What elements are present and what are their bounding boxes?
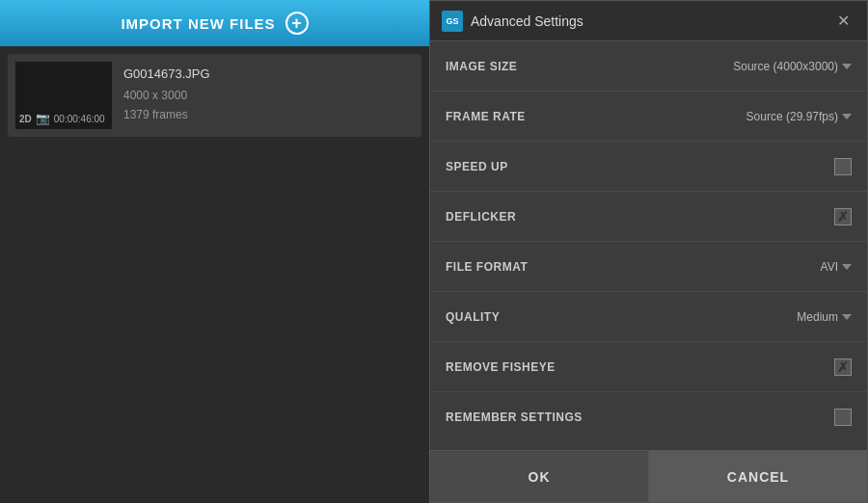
label-speed-up: SPEED UP — [446, 160, 508, 173]
dialog-title: Advanced Settings — [471, 13, 831, 29]
format-badge: 2D — [19, 114, 32, 124]
dialog-app-icon: GS — [442, 11, 463, 32]
setting-row-image-size: IMAGE SIZE Source (4000x3000) — [430, 41, 867, 92]
setting-row-speed-up: SPEED UP — [430, 142, 867, 192]
setting-row-remember-settings: REMEMBER SETTINGS — [430, 392, 867, 442]
label-file-format: FILE FORMAT — [446, 260, 528, 274]
file-details: G0014673.JPG 4000 x 3000 1379 frames — [123, 66, 210, 123]
speed-up-control — [834, 158, 852, 175]
label-quality: QUALITY — [446, 310, 500, 324]
remove-fisheye-checkbox[interactable]: ✗ — [834, 358, 852, 376]
close-button[interactable]: ✕ — [831, 10, 855, 32]
label-deflicker: DEFLICKER — [446, 210, 516, 224]
quality-arrow[interactable] — [842, 314, 852, 320]
setting-row-file-format: FILE FORMAT AVI — [430, 242, 867, 292]
cancel-button[interactable]: CANCEL — [649, 451, 867, 502]
remember-settings-control — [834, 409, 852, 426]
setting-row-quality: QUALITY Medium — [430, 292, 867, 342]
ok-button[interactable]: OK — [430, 451, 649, 502]
timecode: 00:00:46:00 — [54, 114, 105, 124]
setting-row-deflicker: DEFLICKER ✗ — [430, 192, 867, 242]
advanced-settings-dialog: GS Advanced Settings ✕ IMAGE SIZE Source… — [429, 0, 868, 503]
camera-icon: 📷 — [36, 112, 50, 125]
deflicker-checkbox[interactable]: ✗ — [834, 208, 852, 225]
import-title: IMPORT NEW FILES — [121, 15, 275, 32]
thumb-bottom-info: 2D 📷 00:00:46:00 — [19, 112, 105, 125]
dialog-body: IMAGE SIZE Source (4000x3000) FRAME RATE… — [430, 41, 867, 450]
file-item[interactable]: 2D 📷 00:00:46:00 G0014673.JPG 4000 x 300… — [8, 54, 421, 137]
label-frame-rate: FRAME RATE — [446, 110, 526, 123]
setting-row-frame-rate: FRAME RATE Source (29.97fps) — [430, 92, 867, 142]
label-image-size: IMAGE SIZE — [446, 60, 517, 73]
setting-row-remove-fisheye: REMOVE FISHEYE ✗ — [430, 342, 867, 392]
frame-rate-value: Source (29.97fps) — [746, 110, 838, 123]
cancel-label: CANCEL — [727, 469, 789, 485]
add-icon[interactable]: + — [285, 12, 309, 35]
frame-rate-arrow[interactable] — [842, 114, 852, 119]
ok-label: OK — [529, 469, 551, 485]
remove-fisheye-control: ✗ — [834, 358, 852, 376]
quality-value: Medium — [797, 310, 838, 324]
speed-up-checkbox[interactable] — [834, 158, 852, 175]
file-frames: 1379 frames — [123, 106, 210, 124]
quality-dropdown[interactable]: Medium — [797, 310, 852, 324]
deflicker-control: ✗ — [834, 208, 852, 225]
file-format-dropdown[interactable]: AVI — [821, 260, 852, 274]
import-header: IMPORT NEW FILES + — [0, 0, 429, 46]
frame-rate-dropdown[interactable]: Source (29.97fps) — [746, 110, 852, 123]
file-dimensions: 4000 x 3000 — [123, 87, 210, 105]
label-remove-fisheye: REMOVE FISHEYE — [446, 360, 556, 374]
dialog-footer: OK CANCEL — [430, 450, 867, 502]
image-size-arrow[interactable] — [842, 64, 852, 69]
file-format-arrow[interactable] — [842, 264, 852, 270]
dialog-header: GS Advanced Settings ✕ — [430, 1, 867, 41]
file-format-value: AVI — [821, 260, 838, 274]
file-name: G0014673.JPG — [123, 66, 210, 81]
remember-settings-checkbox[interactable] — [834, 409, 852, 426]
left-panel: IMPORT NEW FILES + 2D 📷 00:00:46:00 G001… — [0, 0, 429, 503]
image-size-value: Source (4000x3000) — [733, 60, 838, 73]
image-size-dropdown[interactable]: Source (4000x3000) — [733, 60, 852, 73]
thumbnail: 2D 📷 00:00:46:00 — [15, 62, 112, 129]
label-remember-settings: REMEMBER SETTINGS — [446, 410, 583, 424]
